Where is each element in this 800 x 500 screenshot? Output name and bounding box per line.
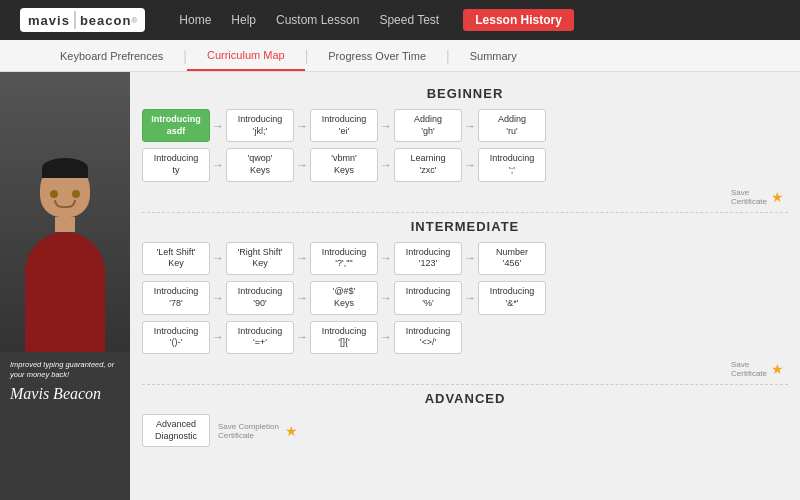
lesson-introducing-asdf[interactable]: Introducingasdf xyxy=(142,109,210,142)
tab-keyboard-preferences[interactable]: Keyboard Prefrences xyxy=(40,40,183,71)
logo-reg: ® xyxy=(131,16,137,25)
save-cert-label-beginner[interactable]: SaveCertificate xyxy=(731,188,767,206)
lesson-introducing-ty[interactable]: Introducingty xyxy=(142,148,210,181)
lesson-vbmn-keys[interactable]: 'vbmn'Keys xyxy=(310,148,378,181)
nav-link-home[interactable]: Home xyxy=(179,13,211,27)
arrow: → xyxy=(462,119,478,133)
arrow: → xyxy=(462,158,478,172)
sidebar-brand-name: Mavis Beacon xyxy=(10,384,120,405)
star-icon-beginner[interactable]: ★ xyxy=(771,189,784,205)
beginner-row-2: Introducingty → 'qwop'Keys → 'vbmn'Keys … xyxy=(142,148,788,181)
intermediate-divider xyxy=(142,384,788,385)
lesson-introducing-90[interactable]: Introducing'90' xyxy=(226,281,294,314)
intermediate-row-2: Introducing'78' → Introducing'90' → '@#$… xyxy=(142,281,788,314)
main-content: Improved typing guaranteed, or your mone… xyxy=(0,72,800,500)
lesson-introducing-percent[interactable]: Introducing'%' xyxy=(394,281,462,314)
lesson-at-hash-keys[interactable]: '@#$'Keys xyxy=(310,281,378,314)
lesson-adding-gh[interactable]: Adding'gh' xyxy=(394,109,462,142)
arrow: → xyxy=(210,119,226,133)
arrow: → xyxy=(378,158,394,172)
nav-logo: mavis beacon® xyxy=(20,8,145,32)
lesson-introducing-brackets[interactable]: Introducing'[]{' xyxy=(310,321,378,354)
arrow: → xyxy=(378,251,394,265)
save-cert-label-intermediate[interactable]: SaveCertificate xyxy=(731,360,767,378)
nav-link-custom-lesson[interactable]: Custom Lesson xyxy=(276,13,359,27)
lesson-introducing-jkl[interactable]: Introducing'jkl;' xyxy=(226,109,294,142)
lesson-introducing-semicolon[interactable]: Introducing';' xyxy=(478,148,546,181)
logo-separator xyxy=(74,11,76,29)
arrow: → xyxy=(294,330,310,344)
intermediate-section-title: INTERMEDIATE xyxy=(142,219,788,234)
beginner-row-1: Introducingasdf → Introducing'jkl;' → In… xyxy=(142,109,788,142)
nav-link-speed-test[interactable]: Speed Test xyxy=(379,13,439,27)
person-neck xyxy=(55,217,75,232)
tab-bar: Keyboard Prefrences | Curriculum Map | P… xyxy=(0,40,800,72)
arrow: → xyxy=(378,330,394,344)
curriculum-map-area[interactable]: BEGINNER Introducingasdf → Introducing'j… xyxy=(130,72,800,500)
lesson-introducing-equals[interactable]: Introducing'=+' xyxy=(226,321,294,354)
lesson-right-shift[interactable]: 'Right Shift'Key xyxy=(226,242,294,275)
tab-summary[interactable]: Summary xyxy=(450,40,537,71)
lesson-number-456[interactable]: Number'456' xyxy=(478,242,546,275)
save-completion-cert-label[interactable]: Save CompletionCertificate xyxy=(218,422,279,440)
arrow: → xyxy=(210,330,226,344)
lesson-introducing-ei[interactable]: Introducing'ei' xyxy=(310,109,378,142)
intermediate-save-cert-row: SaveCertificate ★ xyxy=(142,360,788,378)
logo-mavis-text: mavis xyxy=(28,13,70,28)
arrow: → xyxy=(210,158,226,172)
nav-link-help[interactable]: Help xyxy=(231,13,256,27)
tab-progress-over-time[interactable]: Progress Over Time xyxy=(308,40,446,71)
lesson-introducing-parens[interactable]: Introducing'()-' xyxy=(142,321,210,354)
nav-links: Home Help Custom Lesson Speed Test xyxy=(179,13,439,27)
star-icon-advanced[interactable]: ★ xyxy=(285,423,298,439)
beginner-section-title: BEGINNER xyxy=(142,86,788,101)
lesson-qwop-keys[interactable]: 'qwop'Keys xyxy=(226,148,294,181)
arrow: → xyxy=(210,291,226,305)
person-body xyxy=(25,232,105,352)
lesson-advanced-diagnostic[interactable]: AdvancedDiagnostic xyxy=(142,414,210,447)
intermediate-row-3: Introducing'()-' → Introducing'=+' → Int… xyxy=(142,321,788,354)
arrow: → xyxy=(294,291,310,305)
beginner-save-cert-row: SaveCertificate ★ xyxy=(142,188,788,206)
lesson-introducing-ampersand[interactable]: Introducing'&*' xyxy=(478,281,546,314)
advanced-row-1: AdvancedDiagnostic Save CompletionCertif… xyxy=(142,414,788,447)
lesson-introducing-123[interactable]: Introducing'123' xyxy=(394,242,462,275)
tab-curriculum-map[interactable]: Curriculum Map xyxy=(187,40,305,71)
person-head xyxy=(40,162,90,217)
lesson-left-shift[interactable]: 'Left Shift'Key xyxy=(142,242,210,275)
arrow: → xyxy=(378,119,394,133)
sidebar-person: Improved typing guaranteed, or your mone… xyxy=(0,72,130,500)
intermediate-row-1: 'Left Shift'Key → 'Right Shift'Key → Int… xyxy=(142,242,788,275)
lesson-introducing-question[interactable]: Introducing'?','"' xyxy=(310,242,378,275)
arrow: → xyxy=(294,158,310,172)
sidebar-motto: Improved typing guaranteed, or your mone… xyxy=(10,360,120,380)
arrow: → xyxy=(294,119,310,133)
star-icon-intermediate[interactable]: ★ xyxy=(771,361,784,377)
person-image xyxy=(0,72,130,352)
navigation-bar: mavis beacon® Home Help Custom Lesson Sp… xyxy=(0,0,800,40)
lesson-adding-ru[interactable]: Adding'ru' xyxy=(478,109,546,142)
lesson-introducing-78[interactable]: Introducing'78' xyxy=(142,281,210,314)
beginner-divider xyxy=(142,212,788,213)
arrow: → xyxy=(294,251,310,265)
arrow: → xyxy=(210,251,226,265)
advanced-section-title: ADVANCED xyxy=(142,391,788,406)
logo-beacon-text: beacon xyxy=(80,13,132,28)
lesson-introducing-angles[interactable]: Introducing'<>/' xyxy=(394,321,462,354)
arrow: → xyxy=(462,291,478,305)
lesson-history-button[interactable]: Lesson History xyxy=(463,9,574,31)
arrow: → xyxy=(462,251,478,265)
sidebar-text: Improved typing guaranteed, or your mone… xyxy=(0,352,130,412)
arrow: → xyxy=(378,291,394,305)
lesson-learning-zxc[interactable]: Learning'zxc' xyxy=(394,148,462,181)
